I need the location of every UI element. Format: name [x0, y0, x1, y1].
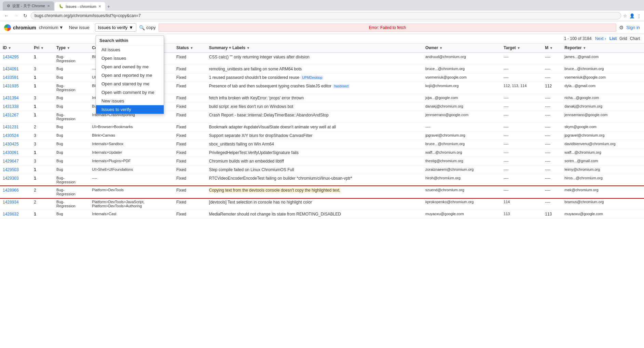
- table-row[interactable]: 1428632 1 Bug Internals>Cast Fixed Media…: [0, 210, 644, 219]
- cell-reporter[interactable]: leimy@chromium.org: [562, 166, 644, 174]
- cell-summary[interactable]: Crash Report - base::internal::DelayTime…: [206, 111, 423, 123]
- cell-id[interactable]: 1434091: [0, 65, 31, 73]
- cell-id[interactable]: 1428632: [0, 210, 31, 219]
- dropdown-item-all[interactable]: All issues: [96, 45, 164, 54]
- cell-owner[interactable]: bruce...@chromium.org: [423, 65, 501, 73]
- cell-id[interactable]: 1431267: [0, 111, 31, 123]
- cell-reporter[interactable]: dyla...@gmail.com: [562, 82, 644, 94]
- cell-summary[interactable]: fetch infra broken with KeyError: 'props…: [206, 94, 423, 102]
- tab-issues[interactable]: 🐛 Issues - chromium ✕: [55, 2, 105, 11]
- new-issue-button[interactable]: New issue: [66, 24, 92, 31]
- dropdown-item-starred[interactable]: Open and starred by me: [96, 80, 164, 88]
- cell-id[interactable]: 1433591: [0, 73, 31, 82]
- cell-id[interactable]: 1429647: [0, 157, 31, 166]
- cell-id[interactable]: 1429503: [0, 166, 31, 174]
- cell-reporter[interactable]: mek@chromium.org: [562, 186, 644, 198]
- cell-summary[interactable]: Chromium builds with an embedded libtiff: [206, 157, 423, 166]
- cell-id[interactable]: 1429303: [0, 174, 31, 186]
- cell-owner[interactable]: jpgravel@chromium.org: [423, 131, 501, 140]
- cell-reporter[interactable]: vsemeniuk@google.com: [562, 73, 644, 82]
- cell-owner[interactable]: hiroh@chromium.org: [423, 174, 501, 186]
- cell-summary[interactable]: build script .exe files don't run on Win…: [206, 102, 423, 111]
- cell-summary[interactable]: remoting_unittests are failing on some A…: [206, 65, 423, 73]
- cell-summary[interactable]: Copying text from the devtools console d…: [206, 186, 423, 198]
- dropdown-item-comment[interactable]: Open with comment by me: [96, 88, 164, 97]
- cell-summary[interactable]: Support separate X/Y blurs for dropShado…: [206, 131, 423, 140]
- cell-summary[interactable]: PrivilegedHelperTest.VerifyUpdaterSignat…: [206, 149, 423, 157]
- view-chart[interactable]: Chart: [630, 36, 640, 41]
- table-row[interactable]: 1429503 1 Bug UI>Shell>UIFoundations Fix…: [0, 166, 644, 174]
- menu-icon[interactable]: ⋮: [637, 13, 641, 18]
- cell-id[interactable]: 1430425: [0, 140, 31, 149]
- cell-summary[interactable]: sbox_unittests failing on Win Arm64: [206, 140, 423, 149]
- cell-id[interactable]: 1431935: [0, 82, 31, 94]
- col-type[interactable]: Type ▼: [54, 43, 89, 53]
- table-row[interactable]: 1430425 3 Bug Internals>Sandbox Fixed sb…: [0, 140, 644, 149]
- cell-owner[interactable]: vsemeniuk@google.com: [423, 73, 501, 82]
- cell-summary[interactable]: [devtools] Text selection in console has…: [206, 198, 423, 210]
- cell-id[interactable]: 1430091: [0, 149, 31, 157]
- reload-button[interactable]: ↻: [22, 12, 29, 19]
- cell-summary[interactable]: RTCVideoEncoderEncodeTest failing on bui…: [206, 174, 423, 186]
- cell-summary[interactable]: 1 reused password shouldn't be considere…: [206, 73, 423, 82]
- table-row[interactable]: 1431231 2 Bug UI>Browser>Bookmarks Fixed…: [0, 123, 644, 131]
- next-link[interactable]: Next ›: [595, 36, 606, 41]
- cell-reporter[interactable]: bramus@chromium.org: [562, 198, 644, 210]
- cell-id[interactable]: 1428966: [0, 186, 31, 198]
- cell-id[interactable]: 1434295: [0, 53, 31, 65]
- table-row[interactable]: 1429647 3 Bug Internals>Plugins>PDF Fixe…: [0, 157, 644, 166]
- col-target[interactable]: Target ▼: [501, 43, 542, 53]
- cell-reporter[interactable]: davidbienvenu@chromium.org: [562, 140, 644, 149]
- cell-id[interactable]: 1431231: [0, 123, 31, 131]
- cell-reporter[interactable]: james...@gmail.com: [562, 53, 644, 65]
- col-status[interactable]: Status ▼: [174, 43, 206, 53]
- cell-owner[interactable]: bruce...@chromium.org: [423, 140, 501, 149]
- cell-reporter[interactable]: muyaoxu@google.com: [562, 210, 644, 219]
- dropdown-item-owned[interactable]: Open and owned by me: [96, 62, 164, 71]
- cell-reporter[interactable]: jpgravel@chromium.org: [562, 131, 644, 140]
- col-m[interactable]: M ▼: [542, 43, 562, 53]
- cell-reporter[interactable]: waff...@chromium.org: [562, 149, 644, 157]
- view-grid[interactable]: Grid: [619, 36, 627, 41]
- settings-tab-close[interactable]: ✕: [47, 4, 50, 8]
- cell-reporter[interactable]: hiros...@chromium.org: [562, 174, 644, 186]
- dropdown-item-new[interactable]: New issues: [96, 97, 164, 105]
- address-input[interactable]: [31, 12, 621, 19]
- cell-reporter[interactable]: richa...@google.com: [562, 94, 644, 102]
- bookmark-icon[interactable]: ☆: [623, 13, 627, 18]
- cell-owner[interactable]: jojw...@google.com: [423, 94, 501, 102]
- cell-owner[interactable]: danakj@chromium.org: [423, 102, 501, 111]
- sign-in-button[interactable]: Sign in: [626, 25, 640, 30]
- cell-summary[interactable]: MediaRemoter should not change its state…: [206, 210, 423, 219]
- cell-summary[interactable]: CSS calc() "" only returning integer val…: [206, 53, 423, 65]
- cell-reporter[interactable]: danakj@chromium.org: [562, 102, 644, 111]
- cell-summary[interactable]: Step compile failed on Linux ChromiumOS …: [206, 166, 423, 174]
- search-button[interactable]: 🔍: [139, 25, 145, 30]
- col-summary[interactable]: Summary + Labels ▼: [206, 43, 423, 53]
- issues-to-verify-dropdown[interactable]: Issues to verify ▼: [95, 23, 137, 32]
- cell-owner[interactable]: zoraiznaeem@chromium.org: [423, 166, 501, 174]
- cell-id[interactable]: 1431338: [0, 102, 31, 111]
- settings-gear-icon[interactable]: ⚙: [619, 25, 624, 31]
- table-row[interactable]: 1430524 3 Bug Blink>Canvas Fixed Support…: [0, 131, 644, 140]
- cell-owner[interactable]: waff...@chromium.org: [423, 149, 501, 157]
- cell-reporter[interactable]: jennserrano@google.com: [562, 111, 644, 123]
- cell-reporter[interactable]: skym@google.com: [562, 123, 644, 131]
- col-owner[interactable]: Owner ▼: [423, 43, 501, 53]
- profile-icon[interactable]: 👤: [629, 13, 635, 18]
- table-row[interactable]: 1428934 2 Bug- Regression Platform>DevTo…: [0, 198, 644, 210]
- cell-owner[interactable]: thestig@chromium.org: [423, 157, 501, 166]
- dropdown-item-verify[interactable]: Issues to verify: [96, 105, 164, 114]
- table-row[interactable]: 1429303 1 Bug- Regression ---- Fixed RTC…: [0, 174, 644, 186]
- cell-id[interactable]: 1431394: [0, 94, 31, 102]
- chromium-dropdown-button[interactable]: chromium ▼: [39, 25, 64, 30]
- table-row[interactable]: 1430091 1 Bug Internals>Updater Fixed Pr…: [0, 149, 644, 157]
- cell-owner[interactable]: andruud@chromium.org: [423, 53, 501, 65]
- cell-owner[interactable]: kojii@chromium.org: [423, 82, 501, 94]
- cell-owner[interactable]: szuend@chromium.org: [423, 186, 501, 198]
- cell-summary[interactable]: Presence of tab and then subsequent typi…: [206, 82, 423, 94]
- cell-id[interactable]: 1430524: [0, 131, 31, 140]
- cell-owner[interactable]: ----: [423, 123, 501, 131]
- cell-id[interactable]: 1428934: [0, 198, 31, 210]
- cell-owner[interactable]: kprokopenko@chromium.org: [423, 198, 501, 210]
